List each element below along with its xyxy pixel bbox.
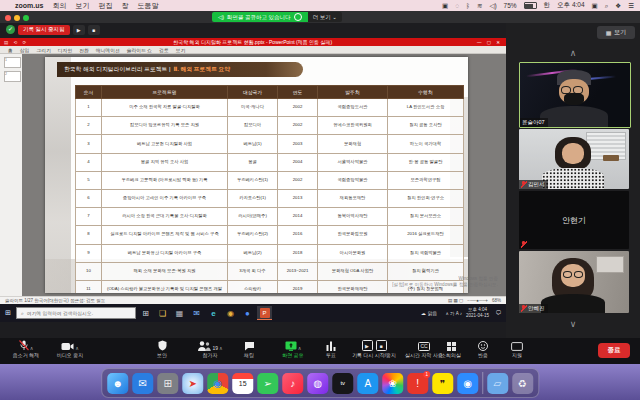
siri-icon[interactable]: ❖: [615, 2, 621, 10]
stop-video-button[interactable]: ∧ 비디오 중지: [48, 340, 92, 358]
spotlight-search-icon[interactable]: ⌕: [605, 2, 609, 10]
dock-app-icon[interactable]: ➤: [182, 373, 203, 394]
dock-app-icon[interactable]: ☻: [107, 373, 128, 394]
menu-meeting[interactable]: 회의: [52, 1, 66, 11]
chat-button[interactable]: 채팅: [234, 340, 264, 358]
quick-access-toolbar[interactable]: ▤ ⟲ ⟳: [4, 40, 28, 45]
ribbon-tab[interactable]: 검토: [159, 47, 169, 53]
screen-record-icon[interactable]: ▣: [592, 2, 598, 10]
ribbon-tab[interactable]: 삽입: [20, 47, 30, 53]
speaker-icon: ◁): [218, 14, 224, 20]
dock-app-icon[interactable]: ♻: [512, 373, 533, 394]
menu-edit[interactable]: 편집: [98, 1, 112, 11]
poll-bars-icon: [326, 341, 336, 351]
record-buttons[interactable]: ▶ ■ 기록 다시 시작/중지: [348, 340, 400, 358]
close-window-button[interactable]: [5, 15, 11, 21]
zoom-window-button[interactable]: [23, 15, 29, 21]
scroll-up-chevron[interactable]: ∧: [506, 49, 640, 57]
slide-title-text: 한국학 해외 디지털라이브러리 프로젝트 |: [64, 65, 171, 74]
taskbar-app-icon[interactable]: ✉: [189, 306, 204, 320]
taskbar-weather[interactable]: ☁ 맑음: [421, 310, 437, 316]
resume-record-icon[interactable]: ▶: [362, 340, 373, 351]
taskbar-app-icon[interactable]: ⊞: [138, 306, 153, 320]
slide-thumbnail[interactable]: 2: [4, 71, 21, 82]
video-tile[interactable]: 김민서: [519, 129, 629, 189]
dock-app-icon[interactable]: ▱: [487, 373, 508, 394]
zoom-percent[interactable]: 68%: [492, 298, 501, 303]
taskbar-app-icon[interactable]: ◉: [223, 306, 238, 320]
ribbon-tab[interactable]: 애니메이션: [96, 47, 120, 53]
end-meeting-button[interactable]: 종료: [598, 343, 630, 358]
polls-button[interactable]: 투표: [318, 340, 344, 358]
ribbon-tab[interactable]: 디자인: [58, 47, 72, 53]
cc-icon: CC: [418, 342, 430, 351]
window-controls[interactable]: — ▢ ✕: [477, 40, 502, 45]
notification-center-icon[interactable]: 🗩: [491, 306, 506, 320]
dock-app-icon[interactable]: ◉: [207, 373, 228, 394]
dock-app-icon[interactable]: ◍: [307, 373, 328, 394]
monitor-icon: [511, 342, 523, 351]
wifi-icon[interactable]: ≋: [477, 2, 482, 10]
menu-clock[interactable]: 오후 4:04: [557, 1, 584, 10]
powerpoint-status-bar: 슬라이드 1/27 한국어(대한민국) 접근성: 검토 필요 ▤ ▦ ▢ −──…: [0, 296, 506, 304]
participants-button[interactable]: 19 ∧ 참가자: [186, 340, 234, 358]
video-tile[interactable]: 안현기: [519, 191, 629, 249]
taskbar-app-icon[interactable]: ▦: [172, 306, 187, 320]
dock-app-icon[interactable]: ➢: [257, 373, 278, 394]
ribbon-tab[interactable]: 그리기: [36, 47, 50, 53]
dock-app-icon[interactable]: 15: [232, 373, 253, 394]
dock-separator: [482, 372, 483, 394]
video-tile[interactable]: 안혜진: [519, 251, 629, 313]
reactions-button[interactable]: 반응: [470, 340, 496, 358]
menu-window[interactable]: 창: [121, 1, 128, 11]
dock-app-icon[interactable]: ❀: [382, 373, 403, 394]
stop-recording-button[interactable]: ■: [88, 25, 100, 35]
support-button[interactable]: 지원: [502, 340, 532, 358]
taskbar-app-icon[interactable]: e: [206, 306, 221, 320]
dock-app-icon[interactable]: ◉: [457, 373, 478, 394]
taskbar-app-icon[interactable]: ●: [240, 306, 255, 320]
zoom-slider[interactable]: −──●──+: [467, 298, 488, 303]
display-status-icon[interactable]: ▣: [442, 2, 448, 10]
dock-app-icon[interactable]: ⊞: [157, 373, 178, 394]
dock-app-icon[interactable]: ❞: [432, 373, 453, 394]
sync-status-icon[interactable]: ◌: [455, 2, 459, 9]
volume-icon[interactable]: ◁): [489, 2, 496, 10]
share-screen-button[interactable]: ∧ 화면 공유: [270, 340, 316, 358]
taskbar-app-icon[interactable]: ❏: [155, 306, 170, 320]
view-buttons[interactable]: ▤ ▦ ▢: [448, 298, 463, 303]
input-source[interactable]: 한: [544, 1, 551, 10]
stop-record-icon[interactable]: ■: [376, 340, 387, 351]
sharing-status-text: 화면을 공유하고 있습니다: [227, 14, 291, 21]
dock-app-icon[interactable]: ✉: [132, 373, 153, 394]
share-more-button[interactable]: 더 보기 ⌄: [308, 12, 342, 22]
video-tile[interactable]: 윤슬아07: [519, 62, 631, 128]
control-center-icon[interactable]: ☰: [628, 2, 634, 10]
taskbar-powerpoint-icon[interactable]: P: [257, 306, 272, 320]
view-button[interactable]: ▦ 보기: [597, 26, 635, 39]
dock-app-icon[interactable]: ♪: [282, 373, 303, 394]
resume-recording-button[interactable]: ▶: [73, 25, 85, 35]
taskbar-tray[interactable]: ∧ 가 A ♪: [445, 311, 462, 316]
menu-app-name[interactable]: zoom.us: [15, 2, 43, 9]
ribbon-tab[interactable]: 전환: [79, 47, 89, 53]
bluetooth-icon[interactable]: ᛒ: [466, 2, 470, 9]
menu-help[interactable]: 도움말: [137, 1, 158, 11]
ribbon-tab[interactable]: 홈: [8, 47, 13, 53]
taskbar-clock[interactable]: 오후 4:04 2021-04-15: [466, 307, 489, 319]
dock-app-icon[interactable]: A: [357, 373, 378, 394]
minimize-window-button[interactable]: [14, 15, 20, 21]
slide-thumbnail-pane[interactable]: 1 2: [0, 54, 23, 296]
start-button[interactable]: ⊞: [0, 309, 16, 317]
unmute-button[interactable]: ∧ 음소거 해제: [6, 340, 46, 358]
taskbar-search[interactable]: ⌕ 여기에 입력하여 검색하십시오.: [16, 307, 136, 319]
dock-app-icon[interactable]: tv: [332, 373, 353, 394]
scroll-down-chevron[interactable]: ∨: [506, 320, 640, 328]
dock-app-icon[interactable]: ! 1: [407, 373, 428, 394]
breakout-rooms-button[interactable]: 소회의실: [436, 340, 466, 358]
security-button[interactable]: 보안: [146, 340, 178, 358]
ribbon-tab[interactable]: 슬라이드 쇼: [127, 47, 152, 53]
slide-thumbnail[interactable]: 1: [4, 57, 21, 68]
ribbon-tab[interactable]: 보기: [176, 47, 186, 53]
menu-view[interactable]: 보기: [75, 1, 89, 11]
